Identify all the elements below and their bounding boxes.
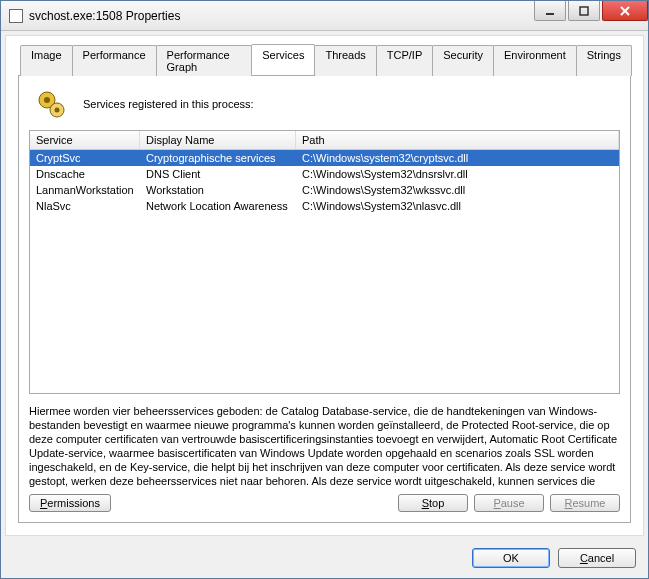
svg-point-5 bbox=[44, 97, 50, 103]
minimize-button[interactable] bbox=[534, 1, 566, 21]
services-list[interactable]: Service Display Name Path CryptSvc Crypt… bbox=[29, 130, 620, 394]
app-icon bbox=[9, 9, 23, 23]
cell-service: LanmanWorkstation bbox=[30, 182, 140, 198]
pause-button[interactable]: Pause bbox=[474, 494, 544, 512]
cell-display: Cryptographische services bbox=[140, 150, 296, 166]
client-area: Image Performance Performance Graph Serv… bbox=[5, 35, 644, 536]
spacer bbox=[117, 494, 392, 512]
column-path[interactable]: Path bbox=[296, 131, 619, 149]
cell-service: CryptSvc bbox=[30, 150, 140, 166]
window-buttons bbox=[534, 1, 648, 30]
list-body[interactable]: CryptSvc Cryptographische services C:\Wi… bbox=[30, 150, 619, 393]
resume-button[interactable]: Resume bbox=[550, 494, 620, 512]
dialog-button-row: OK Cancel bbox=[1, 540, 648, 578]
gear-icon bbox=[35, 88, 67, 120]
tab-threads[interactable]: Threads bbox=[314, 45, 376, 76]
tab-strip: Image Performance Performance Graph Serv… bbox=[18, 44, 631, 76]
cell-display: Workstation bbox=[140, 182, 296, 198]
column-display-name[interactable]: Display Name bbox=[140, 131, 296, 149]
table-row[interactable]: CryptSvc Cryptographische services C:\Wi… bbox=[30, 150, 619, 166]
cell-path: C:\Windows\system32\cryptsvc.dll bbox=[296, 150, 619, 166]
tab-performance[interactable]: Performance bbox=[72, 45, 157, 76]
service-description: Hiermee worden vier beheersservices gebo… bbox=[29, 404, 620, 488]
tab-environment[interactable]: Environment bbox=[493, 45, 577, 76]
cell-path: C:\Windows\System32\nlasvc.dll bbox=[296, 198, 619, 214]
column-service[interactable]: Service bbox=[30, 131, 140, 149]
titlebar[interactable]: svchost.exe:1508 Properties bbox=[1, 1, 648, 31]
svg-rect-1 bbox=[580, 7, 588, 15]
panel-header: Services registered in this process: bbox=[29, 88, 620, 120]
ok-button[interactable]: OK bbox=[472, 548, 550, 568]
properties-window: svchost.exe:1508 Properties Image Perfor… bbox=[0, 0, 649, 579]
service-button-row: Permissions Stop Pause Resume bbox=[29, 494, 620, 512]
table-row[interactable]: NlaSvc Network Location Awareness C:\Win… bbox=[30, 198, 619, 214]
table-row[interactable]: Dnscache DNS Client C:\Windows\System32\… bbox=[30, 166, 619, 182]
cell-service: NlaSvc bbox=[30, 198, 140, 214]
panel-caption: Services registered in this process: bbox=[83, 98, 254, 110]
cancel-button[interactable]: Cancel bbox=[558, 548, 636, 568]
stop-button[interactable]: Stop bbox=[398, 494, 468, 512]
permissions-button[interactable]: Permissions bbox=[29, 494, 111, 512]
tab-image[interactable]: Image bbox=[20, 45, 73, 76]
maximize-button[interactable] bbox=[568, 1, 600, 21]
cell-path: C:\Windows\System32\dnsrslvr.dll bbox=[296, 166, 619, 182]
cell-display: Network Location Awareness bbox=[140, 198, 296, 214]
cell-path: C:\Windows\System32\wkssvc.dll bbox=[296, 182, 619, 198]
table-row[interactable]: LanmanWorkstation Workstation C:\Windows… bbox=[30, 182, 619, 198]
services-panel: Services registered in this process: Ser… bbox=[18, 76, 631, 523]
close-button[interactable] bbox=[602, 1, 648, 21]
tab-performance-graph[interactable]: Performance Graph bbox=[156, 45, 253, 76]
tab-services[interactable]: Services bbox=[251, 44, 315, 75]
tab-security[interactable]: Security bbox=[432, 45, 494, 76]
list-header[interactable]: Service Display Name Path bbox=[30, 131, 619, 150]
cell-display: DNS Client bbox=[140, 166, 296, 182]
tab-tcpip[interactable]: TCP/IP bbox=[376, 45, 433, 76]
svg-point-7 bbox=[55, 108, 60, 113]
tab-strings[interactable]: Strings bbox=[576, 45, 632, 76]
cell-service: Dnscache bbox=[30, 166, 140, 182]
window-title: svchost.exe:1508 Properties bbox=[29, 9, 534, 23]
